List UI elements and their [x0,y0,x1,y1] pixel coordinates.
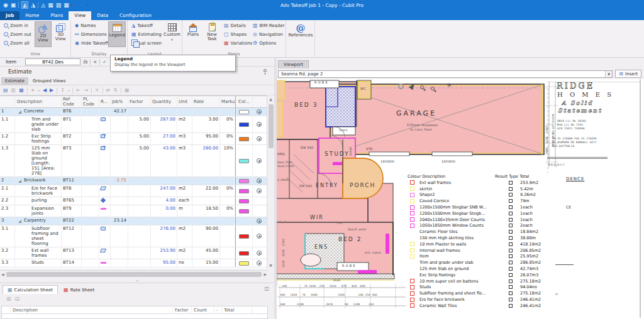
calc-col-dash[interactable]: - [214,306,222,313]
eye-icon[interactable] [257,219,262,224]
insert-row-icon[interactable]: ⊞ [6,296,11,302]
table-row[interactable]: 1.1 Trim and grade under slab BT1 5.00 2… [0,116,267,133]
tools-icon[interactable]: ∗ [31,87,35,93]
colour-swatch[interactable] [239,137,249,141]
row-visibility[interactable] [253,133,265,144]
row-colour[interactable] [235,185,253,197]
insert-button[interactable]: ⊞ Insert [615,70,641,78]
save-icon[interactable]: ▣ [11,2,16,8]
plans-pane-button[interactable]: Plans [184,21,202,47]
eye-icon[interactable] [257,178,262,183]
row-visibility[interactable] [253,217,265,225]
dual-screen-icon[interactable]: ▧ [56,2,62,8]
row-visibility[interactable] [253,177,265,185]
eye-icon[interactable] [257,261,262,266]
row-colour[interactable] [235,259,253,267]
tab-plans[interactable]: Plans [45,11,69,20]
calc-col-total[interactable]: Total [222,306,252,313]
expander-icon[interactable] [18,111,21,114]
qat-dropdown-icon[interactable]: ▾ [72,4,74,6]
col-job[interactable]: Job% [111,96,128,107]
sort-icon[interactable]: ↕ [60,87,65,93]
takeoff-layout-button[interactable]: ◮Takeoff [130,21,164,30]
colour-swatch[interactable] [239,261,249,266]
colour-swatch[interactable] [239,251,249,256]
col-ref-code[interactable]: Ref Code [62,96,82,107]
estimating-layout-button[interactable]: ▦Estimating [130,30,164,38]
row-colour[interactable] [235,145,253,176]
sort-dropdown-icon[interactable]: ▾ [68,89,70,92]
colour-swatch[interactable] [239,179,249,183]
colour-swatch[interactable] [239,199,249,203]
tab-view[interactable]: View [69,11,91,20]
colour-swatch[interactable] [239,159,249,163]
move-right-icon[interactable]: ⇅ [113,87,118,93]
row-visibility[interactable] [253,108,265,116]
item-input[interactable] [25,58,80,65]
row-visibility[interactable] [253,116,265,132]
zoom-out-button[interactable]: Zoom out [2,30,35,38]
2d-view-button[interactable]: 2D View [35,21,52,47]
table-row[interactable]: 2.3 Expansion joints BT9 0.00 m 18.50 0% [0,205,267,217]
custom-layout-icon[interactable]: ▦ [64,2,69,8]
dimensions-button[interactable]: ↔Dimensions [73,30,108,38]
hscroll-thumb[interactable] [6,272,262,277]
row-visibility[interactable] [253,205,265,217]
colour-swatch[interactable] [239,234,249,239]
eye-icon[interactable] [257,122,262,127]
tab-data[interactable]: Data [91,11,114,20]
table-row[interactable]: 1 Concrete BT6 42.17 [0,108,267,116]
tab-home[interactable]: Home [19,11,45,20]
table-row[interactable]: 2 Brickwork BT11 2.75 [0,177,267,185]
col-pl-code[interactable]: PL Code [82,96,99,107]
custom-layout-button[interactable]: Custom▾ [164,21,180,47]
row-visibility[interactable] [253,145,265,176]
estimating-icon[interactable]: ▦ [48,2,53,8]
names-button[interactable]: ◆Names [73,21,108,30]
tab-rate-sheet[interactable]: ▦Rate Sheet [59,286,99,294]
eye-icon[interactable] [257,251,262,256]
clear-button[interactable]: × [93,59,97,65]
chevron-down-icon[interactable]: ▼ [605,71,612,77]
col-markup[interactable]: Markup [220,96,235,107]
row-colour[interactable] [235,133,253,144]
panel-splitter[interactable]: ⌄ [0,278,274,283]
tab-estimate[interactable]: Estimate [1,77,28,85]
row-colour[interactable] [235,177,253,185]
details-button[interactable]: ▤Details [222,21,251,30]
table-row[interactable]: 1.2 Exc Strip footings BT2 5.00 27.00 m3… [0,133,267,145]
3d-view-icon[interactable]: ◮ [31,2,35,8]
col-r[interactable]: R... [99,96,111,107]
expander-icon[interactable] [18,180,21,183]
eye-icon[interactable] [257,188,262,193]
col-colour[interactable]: Col... [235,96,253,107]
references-button[interactable]: @References [288,21,313,47]
expander-icon[interactable] [18,220,21,223]
row-colour[interactable] [235,217,253,225]
dual-screen-button[interactable]: Dual screen [130,39,164,47]
row-colour[interactable] [235,247,253,259]
col-unit[interactable]: Unit [177,96,192,107]
takeoff-icon[interactable]: ◬ [41,2,45,8]
options-button[interactable]: ⚙Options [251,39,284,47]
prev-icon[interactable]: ◀ [43,87,47,93]
abc-icon[interactable]: ▦ [125,87,130,93]
row-colour[interactable] [235,108,253,116]
eye-icon[interactable] [257,234,262,239]
new-task-button[interactable]: New Task [202,21,222,47]
tab-job[interactable]: Job [0,11,19,20]
delete-icon[interactable]: × [95,87,99,93]
col-quantity[interactable]: Quantity [151,96,177,107]
3d-view-button[interactable]: 3D View [52,21,69,47]
bim-reader-button[interactable]: ▥BIM Reader [251,21,284,30]
legend-button[interactable]: Legend [108,21,126,47]
colour-swatch[interactable] [239,110,249,114]
table-row[interactable]: 1.3 125 mm Slab on ground [Length: 15], … [0,145,267,177]
row-colour[interactable] [235,116,253,132]
estimate-hscrollbar[interactable]: ◀▶ [0,270,267,278]
table-row[interactable]: 3 Carpentry BT22 23.14 [0,217,267,225]
plan-select[interactable]: Seanna Rd, page 2 ▼ [278,70,613,78]
row-colour[interactable] [235,197,253,205]
col-factor[interactable]: Factor [128,96,151,107]
move-left-icon[interactable]: ⇄ [106,87,111,93]
